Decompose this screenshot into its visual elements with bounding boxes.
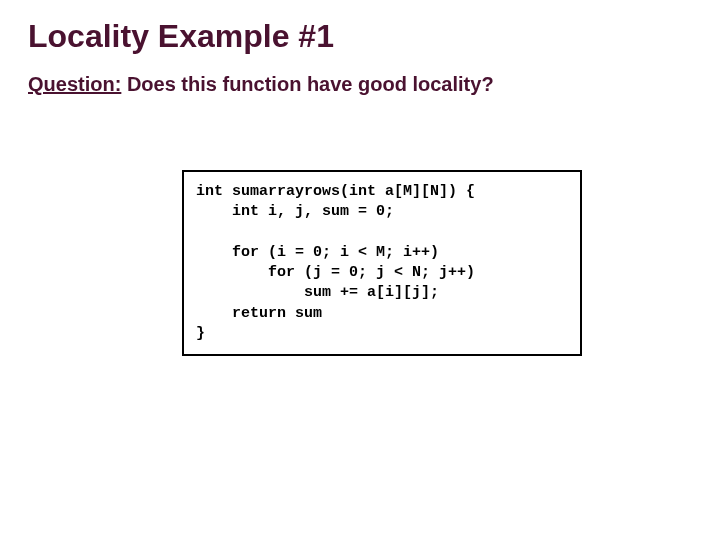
slide: Locality Example #1 Question: Does this … xyxy=(0,0,720,540)
question-text: Does this function have good locality? xyxy=(121,73,493,95)
slide-title: Locality Example #1 xyxy=(28,18,692,55)
question-label: Question: xyxy=(28,73,121,95)
question-line: Question: Does this function have good l… xyxy=(28,73,692,96)
code-block: int sumarrayrows(int a[M][N]) { int i, j… xyxy=(182,170,582,356)
